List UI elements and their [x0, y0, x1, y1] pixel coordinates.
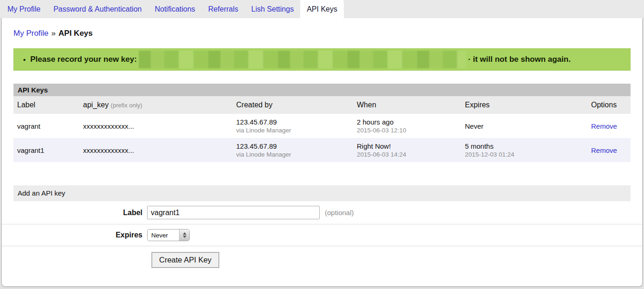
tab-my-profile[interactable]: My Profile: [1, 0, 47, 18]
row-created-by: 123.45.67.89 via Linode Manager: [232, 138, 353, 162]
row-api-key: xxxxxxxxxxxxx...: [79, 142, 232, 158]
table-row: vagrant1 xxxxxxxxxxxxx... 123.45.67.89 v…: [13, 138, 631, 162]
row-expires: 5 months 2015-12-03 01:24: [461, 138, 587, 162]
page-card: My Profile»API Keys • Please record your…: [1, 18, 643, 287]
header-api-key-hint: (prefix only): [111, 102, 142, 109]
row-api-key: xxxxxxxxxxxxx...: [79, 118, 232, 134]
row-when: Right Now! 2015-06-03 14:24: [353, 138, 461, 162]
breadcrumb-current: API Keys: [58, 29, 93, 38]
submit-form-row: Create API Key: [2, 246, 642, 272]
row-expires: Never: [461, 118, 587, 134]
api-keys-table-title: API Keys: [13, 84, 631, 96]
chevron-up-icon: [183, 232, 187, 235]
expires-select[interactable]: Never: [147, 229, 190, 241]
tab-lish-settings[interactable]: Lish Settings: [245, 0, 301, 18]
table-row: vagrant xxxxxxxxxxxxx... 123.45.67.89 vi…: [13, 114, 631, 138]
header-expires: Expires: [461, 96, 587, 114]
add-api-key-section-title: Add an API key: [13, 185, 631, 201]
remove-key-link[interactable]: Remove: [591, 122, 617, 130]
breadcrumb: My Profile»API Keys: [13, 29, 631, 38]
chevron-down-icon: [183, 236, 187, 238]
expires-field-label: Expires: [2, 231, 147, 239]
header-created-by: Created by: [232, 96, 353, 114]
expires-select-value: Never: [148, 230, 179, 241]
row-created-via: via Linode Manager: [236, 151, 349, 158]
label-input[interactable]: [147, 206, 320, 219]
row-label: vagrant: [13, 118, 79, 134]
optional-hint: (optional): [325, 209, 354, 217]
row-when: 2 hours ago 2015-06-03 12:10: [353, 114, 461, 138]
create-api-key-button[interactable]: Create API Key: [152, 252, 219, 268]
select-stepper-icon: [179, 230, 189, 241]
row-created-via: via Linode Manager: [236, 126, 349, 134]
remove-key-link[interactable]: Remove: [591, 146, 617, 154]
breadcrumb-separator: »: [52, 29, 56, 38]
profile-tab-bar: My Profile Password & Authentication Not…: [0, 0, 644, 18]
row-options: Remove: [587, 118, 631, 134]
breadcrumb-my-profile-link[interactable]: My Profile: [13, 29, 49, 38]
row-options: Remove: [587, 143, 631, 158]
tab-api-keys[interactable]: API Keys: [300, 0, 344, 19]
tab-password-authentication[interactable]: Password & Authentication: [47, 0, 148, 18]
tab-referrals[interactable]: Referrals: [202, 0, 245, 18]
header-label: Label: [13, 96, 79, 114]
alert-bullet: •: [23, 56, 26, 64]
header-when: When: [353, 96, 461, 114]
row-label: vagrant1: [13, 142, 79, 158]
alert-prefix-text: Please record your new key:: [30, 55, 137, 64]
row-expires-date: 2015-12-03 01:24: [465, 151, 584, 158]
expires-form-row: Expires Never: [2, 224, 642, 246]
header-options: Options: [587, 96, 631, 114]
header-api-key: api_key (prefix only): [79, 96, 232, 114]
api-keys-table-header-row: Label api_key (prefix only) Created by W…: [13, 96, 631, 114]
alert-suffix-text: · it will not be shown again.: [468, 55, 571, 64]
row-when-date: 2015-06-03 14:24: [357, 151, 457, 158]
redacted-api-key: [139, 51, 466, 68]
label-form-row: Label (optional): [2, 201, 642, 224]
row-when-date: 2015-06-03 12:10: [357, 126, 457, 134]
tab-notifications[interactable]: Notifications: [148, 0, 201, 18]
new-key-alert: • Please record your new key: · it will …: [13, 48, 631, 71]
row-created-by: 123.45.67.89 via Linode Manager: [232, 114, 353, 138]
label-field-label: Label: [2, 209, 147, 217]
api-keys-table: API Keys Label api_key (prefix only) Cre…: [13, 84, 631, 162]
